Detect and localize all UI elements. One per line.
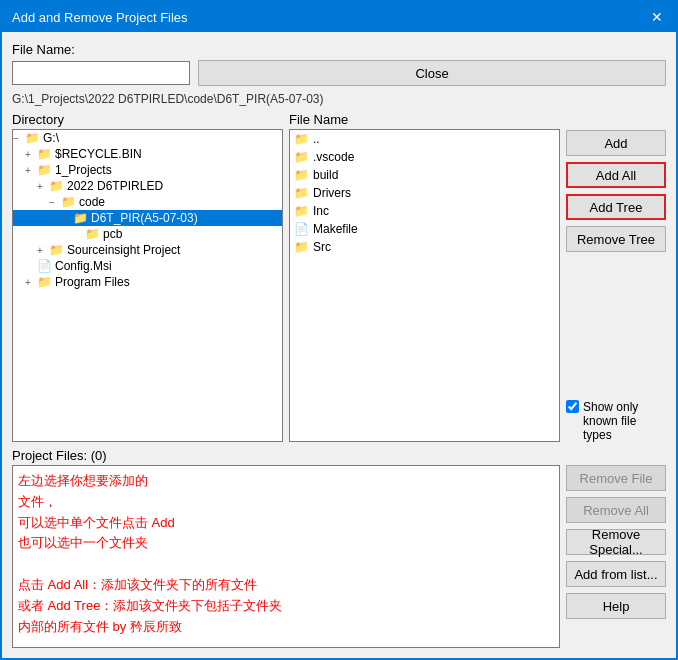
file-list-item-label: Src [313, 240, 331, 254]
show-known-types-checkbox[interactable] [566, 400, 579, 413]
annotation-line5: 点击 Add All：添加该文件夹下的所有文件 [18, 577, 257, 592]
file-name-section: File Name: Close [12, 42, 666, 86]
file-list-item[interactable]: 📁.. [290, 130, 559, 148]
folder-icon: 📁 [294, 186, 309, 200]
folder-icon: 📁 [294, 168, 309, 182]
tree-item[interactable]: +📁2022 D6TPIRLED [13, 178, 282, 194]
folder-icon: 📁 [49, 179, 64, 193]
folder-icon: 📁 [61, 195, 76, 209]
project-files-section: Project Files: (0) 左边选择你想要添加的 文件， 可以选中单个… [12, 448, 666, 648]
tree-item-label: $RECYCLE.BIN [55, 147, 142, 161]
tree-item-label: Config.Msi [55, 259, 112, 273]
file-list-item-label: .. [313, 132, 320, 146]
file-list-item-label: Drivers [313, 186, 351, 200]
file-name-label: File Name: [12, 42, 666, 57]
top-buttons-col: Add Add All Add Tree Remove Tree Show on… [566, 112, 666, 442]
annotation-line1: 左边选择你想要添加的 [18, 473, 148, 488]
folder-icon: 📁 [85, 227, 100, 241]
folder-icon: 📁 [25, 131, 40, 145]
folder-icon: 📁 [37, 275, 52, 289]
annotation-line7: 内部的所有文件 by 矜辰所致 [18, 619, 182, 634]
directory-panel: Directory −📁G:\+📁$RECYCLE.BIN+📁1_Project… [12, 112, 283, 442]
tree-item[interactable]: −📁G:\ [13, 130, 282, 146]
tree-item[interactable]: +📁Program Files [13, 274, 282, 290]
project-files-buttons-col: Remove File Remove All Remove Special...… [566, 465, 666, 648]
tree-item-label: code [79, 195, 105, 209]
project-files-body: 左边选择你想要添加的 文件， 可以选中单个文件点击 Add 也可以选中一个文件夹… [12, 465, 666, 648]
panels-row: Directory −📁G:\+📁$RECYCLE.BIN+📁1_Project… [12, 112, 666, 442]
tree-item-label: 2022 D6TPIRLED [67, 179, 163, 193]
close-icon[interactable]: ✕ [648, 8, 666, 26]
project-files-list[interactable]: 左边选择你想要添加的 文件， 可以选中单个文件点击 Add 也可以选中一个文件夹… [12, 465, 560, 648]
annotation-line2: 文件， [18, 494, 57, 509]
folder-icon: 📁 [49, 243, 64, 257]
tree-item[interactable]: +📁1_Projects [13, 162, 282, 178]
file-list-item[interactable]: 📁build [290, 166, 559, 184]
tree-item-label: D6T_PIR(A5-07-03) [91, 211, 198, 225]
file-list-item[interactable]: 📁Src [290, 238, 559, 256]
remove-all-button[interactable]: Remove All [566, 497, 666, 523]
remove-file-button[interactable]: Remove File [566, 465, 666, 491]
checkbox-row: Show only known file types [566, 400, 666, 442]
file-icon: 📄 [294, 222, 309, 236]
remove-tree-button[interactable]: Remove Tree [566, 226, 666, 252]
folder-icon: 📁 [37, 147, 52, 161]
add-tree-button[interactable]: Add Tree [566, 194, 666, 220]
annotation-line3: 可以选中单个文件点击 Add [18, 515, 175, 530]
tree-item-label: Sourceinsight Project [67, 243, 180, 257]
file-name-row: Close [12, 60, 666, 86]
tree-item[interactable]: −📁code [13, 194, 282, 210]
file-list-item[interactable]: 📁Drivers [290, 184, 559, 202]
tree-item[interactable]: 📁pcb [13, 226, 282, 242]
show-known-types-label: Show only known file types [583, 400, 666, 442]
file-name-col-label: File Name [289, 112, 560, 127]
folder-icon: 📁 [294, 150, 309, 164]
file-list-item-label: Makefile [313, 222, 358, 236]
tree-item-label: Program Files [55, 275, 130, 289]
help-button[interactable]: Help [566, 593, 666, 619]
main-dialog: Add and Remove Project Files ✕ File Name… [0, 0, 678, 660]
folder-icon: 📁 [73, 211, 88, 225]
file-list-item-label: build [313, 168, 338, 182]
remove-special-button[interactable]: Remove Special... [566, 529, 666, 555]
folder-icon: 📁 [37, 163, 52, 177]
folder-icon: 📁 [294, 132, 309, 146]
file-list[interactable]: 📁..📁.vscode📁build📁Drivers📁Inc📄Makefile📁S… [289, 129, 560, 442]
file-list-item[interactable]: 📁.vscode [290, 148, 559, 166]
add-button[interactable]: Add [566, 130, 666, 156]
file-list-item[interactable]: 📁Inc [290, 202, 559, 220]
path-label: G:\1_Projects\2022 D6TPIRLED\code\D6T_PI… [12, 92, 666, 106]
annotation-line6: 或者 Add Tree：添加该文件夹下包括子文件夹 [18, 598, 282, 613]
file-list-item-label: Inc [313, 204, 329, 218]
title-bar: Add and Remove Project Files ✕ [2, 2, 676, 32]
tree-item[interactable]: −📁D6T_PIR(A5-07-03) [13, 210, 282, 226]
project-files-header: Project Files: (0) [12, 448, 666, 463]
file-icon: 📄 [37, 259, 52, 273]
tree-item-label: pcb [103, 227, 122, 241]
tree-item[interactable]: +📁Sourceinsight Project [13, 242, 282, 258]
dialog-title: Add and Remove Project Files [12, 10, 188, 25]
file-list-item-label: .vscode [313, 150, 354, 164]
add-from-list-button[interactable]: Add from list... [566, 561, 666, 587]
add-all-button[interactable]: Add All [566, 162, 666, 188]
folder-icon: 📁 [294, 204, 309, 218]
annotation-overlay: 左边选择你想要添加的 文件， 可以选中单个文件点击 Add 也可以选中一个文件夹… [18, 471, 282, 648]
file-list-item[interactable]: 📄Makefile [290, 220, 559, 238]
tree-item-label: G:\ [43, 131, 59, 145]
tree-item-label: 1_Projects [55, 163, 112, 177]
file-name-panel: File Name 📁..📁.vscode📁build📁Drivers📁Inc📄… [289, 112, 560, 442]
file-name-input[interactable] [12, 61, 190, 85]
folder-icon: 📁 [294, 240, 309, 254]
dialog-body: File Name: Close G:\1_Projects\2022 D6TP… [2, 32, 676, 658]
directory-label: Directory [12, 112, 283, 127]
tree-item[interactable]: +📁$RECYCLE.BIN [13, 146, 282, 162]
directory-tree[interactable]: −📁G:\+📁$RECYCLE.BIN+📁1_Projects+📁2022 D6… [12, 129, 283, 442]
annotation-line4: 也可以选中一个文件夹 [18, 535, 148, 550]
tree-item[interactable]: 📄Config.Msi [13, 258, 282, 274]
close-button[interactable]: Close [198, 60, 666, 86]
